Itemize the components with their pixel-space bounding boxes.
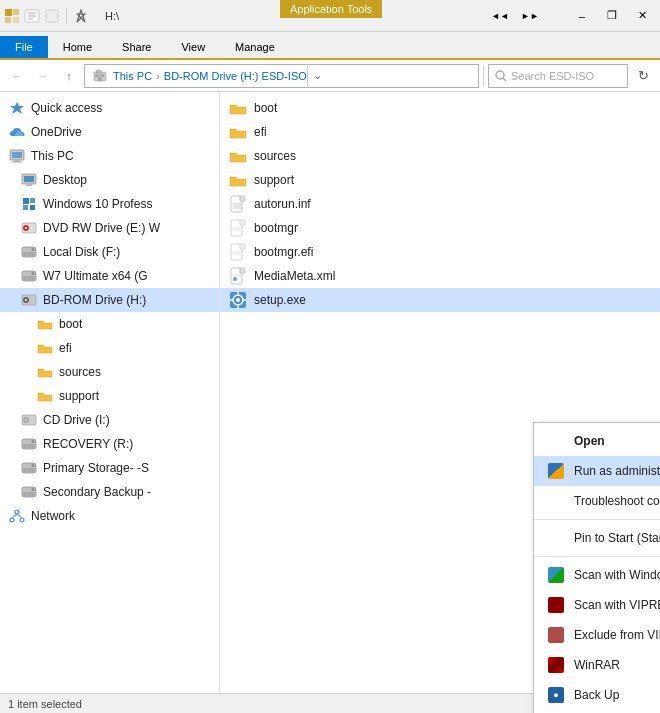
ctx-scan-defender-label: Scan with Windows Defender...: [574, 568, 660, 582]
close-btn[interactable]: ✕: [628, 6, 656, 26]
sidebar-label-cd-drive: CD Drive (I:): [43, 413, 110, 427]
svg-rect-0: [5, 9, 12, 16]
ctx-run-admin[interactable]: Run as administrator: [534, 456, 660, 486]
svg-point-81: [236, 298, 240, 302]
sidebar-label-boot: boot: [59, 317, 82, 331]
address-dropdown-btn[interactable]: ⌄: [307, 64, 327, 88]
sidebar-item-efi[interactable]: efi: [0, 336, 219, 360]
svg-rect-27: [23, 205, 28, 210]
sidebar-item-bd-rom[interactable]: BD-ROM Drive (H:): [0, 288, 219, 312]
sidebar-item-sources[interactable]: sources: [0, 360, 219, 384]
ctx-exclude-vipre[interactable]: Exclude from VIPRE scans: [534, 620, 660, 650]
path-sep-1: ›: [156, 70, 160, 82]
ctx-troubleshoot[interactable]: Troubleshoot compatibility: [534, 486, 660, 516]
search-box[interactable]: Search ESD-ISO: [488, 64, 628, 88]
address-path-box[interactable]: This PC › BD-ROM Drive (H:) ESD-ISO ⌄: [84, 64, 479, 88]
sidebar-label-this-pc: This PC: [31, 149, 74, 163]
svg-point-31: [25, 227, 27, 229]
xml-icon: [228, 266, 248, 286]
file-item-efi[interactable]: efi: [220, 120, 660, 144]
sidebar-label-network: Network: [31, 509, 75, 523]
refresh-btn[interactable]: ↻: [632, 65, 654, 87]
file-item-bootmgr-efi[interactable]: bootmgr.efi: [220, 240, 660, 264]
sidebar-item-support[interactable]: support: [0, 384, 219, 408]
svg-rect-3: [13, 17, 19, 23]
sidebar-item-win10[interactable]: Windows 10 Profess: [0, 192, 219, 216]
ctx-scan-vipre[interactable]: Scan with VIPRE...: [534, 590, 660, 620]
sidebar: Quick access OneDrive This PC: [0, 92, 220, 713]
defender-icon: [546, 565, 566, 585]
svg-point-40: [25, 299, 27, 301]
tab-file[interactable]: File: [0, 36, 48, 58]
sidebar-label-efi: efi: [59, 341, 72, 355]
ctx-winrar[interactable]: WinRAR ►: [534, 650, 660, 680]
file-name-bootmgr: bootmgr: [254, 221, 298, 235]
sidebar-item-secondary-backup[interactable]: Secondary Backup -: [0, 480, 219, 504]
folder-boot-icon: [228, 98, 248, 118]
shield-icon: [546, 461, 566, 481]
nav-forward-btn[interactable]: ►►: [516, 6, 544, 26]
pin-icon: [546, 528, 566, 548]
ctx-scan-defender[interactable]: Scan with Windows Defender...: [534, 560, 660, 590]
vipre-scan-icon: [546, 595, 566, 615]
svg-rect-48: [23, 468, 35, 472]
nav-back-btn[interactable]: ◄◄: [486, 6, 514, 26]
file-item-boot[interactable]: boot: [220, 96, 660, 120]
sidebar-item-network[interactable]: Network: [0, 504, 219, 528]
svg-line-56: [12, 514, 17, 518]
back-btn[interactable]: ←: [6, 65, 28, 87]
sidebar-item-quick-access[interactable]: Quick access: [0, 96, 219, 120]
ctx-open[interactable]: Open: [534, 426, 660, 456]
tab-home[interactable]: Home: [48, 36, 107, 58]
file-item-setup[interactable]: setup.exe: [220, 288, 660, 312]
svg-point-53: [15, 510, 19, 514]
file-item-bootmgr[interactable]: bootmgr: [220, 216, 660, 240]
ctx-backup[interactable]: ● Back Up: [534, 680, 660, 710]
svg-point-15: [496, 71, 504, 79]
svg-rect-60: [240, 196, 245, 201]
svg-marker-17: [10, 102, 24, 114]
ctx-pin-start[interactable]: Pin to Start (Start10): [534, 523, 660, 553]
quick-access-icon: [8, 99, 26, 117]
sidebar-item-localdisk-f[interactable]: Local Disk (F:): [0, 240, 219, 264]
maximize-btn[interactable]: ❐: [598, 6, 626, 26]
sidebar-label-win10: Windows 10 Profess: [43, 197, 152, 211]
tab-share[interactable]: Share: [107, 36, 166, 58]
ctx-troubleshoot-label: Troubleshoot compatibility: [574, 494, 660, 508]
file-item-mediameta[interactable]: MediaMeta.xml: [220, 264, 660, 288]
file-item-autorun[interactable]: autorun.inf: [220, 192, 660, 216]
sources-folder-icon: [36, 363, 54, 381]
sidebar-label-localdisk-f: Local Disk (F:): [43, 245, 120, 259]
dvd-icon: [20, 219, 38, 237]
sidebar-label-secondary-backup: Secondary Backup -: [43, 485, 151, 499]
backup-icon: ●: [546, 685, 566, 705]
sidebar-item-desktop[interactable]: Desktop: [0, 168, 219, 192]
svg-rect-8: [46, 10, 58, 22]
sidebar-item-cd-drive[interactable]: CD Drive (I:): [0, 408, 219, 432]
winrar-icon: [546, 655, 566, 675]
svg-rect-25: [23, 198, 29, 204]
sidebar-label-sources: sources: [59, 365, 101, 379]
tab-manage[interactable]: Manage: [220, 36, 290, 58]
ctx-open-label: Open: [574, 434, 605, 448]
svg-point-54: [10, 518, 14, 522]
up-btn[interactable]: ↑: [58, 65, 80, 87]
svg-point-55: [20, 518, 24, 522]
onedrive-icon: [8, 123, 26, 141]
sidebar-item-boot[interactable]: boot: [0, 312, 219, 336]
path-segment: This PC › BD-ROM Drive (H:) ESD-ISO: [93, 69, 307, 83]
sidebar-item-this-pc[interactable]: This PC: [0, 144, 219, 168]
sidebar-item-dvd[interactable]: DVD RW Drive (E:) W: [0, 216, 219, 240]
minimize-btn[interactable]: –: [568, 6, 596, 26]
tab-view[interactable]: View: [166, 36, 220, 58]
sidebar-item-onedrive[interactable]: OneDrive: [0, 120, 219, 144]
sidebar-item-w7[interactable]: W7 Ultimate x64 (G: [0, 264, 219, 288]
file-item-support[interactable]: support: [220, 168, 660, 192]
file-item-sources[interactable]: sources: [220, 144, 660, 168]
sidebar-item-recovery[interactable]: RECOVERY (R:): [0, 432, 219, 456]
forward-btn[interactable]: →: [32, 65, 54, 87]
application-tools-tab[interactable]: Application Tools: [280, 0, 382, 18]
sidebar-item-primary-storage[interactable]: Primary Storage- -S: [0, 456, 219, 480]
win10-icon: [20, 195, 38, 213]
svg-rect-19: [12, 152, 22, 158]
